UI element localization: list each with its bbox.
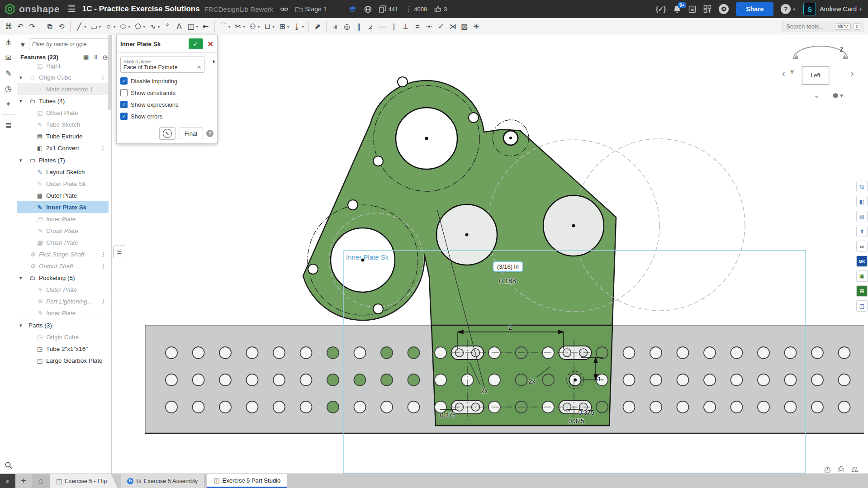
tube-hole[interactable]: [596, 347, 608, 359]
view-mode-cube-icon[interactable]: ⬢ ▾: [833, 92, 843, 99]
tube-hole[interactable]: [193, 374, 204, 386]
copy-icon[interactable]: ⧉: [44, 20, 56, 33]
tube-hole[interactable]: [758, 401, 769, 413]
tube-hole[interactable]: [354, 374, 366, 386]
tube-hole[interactable]: [650, 401, 662, 413]
expand-caret-icon[interactable]: ▾: [19, 157, 22, 163]
comments-icon[interactable]: ✉: [0, 50, 17, 66]
feature-item-inner-plate-sk[interactable]: ✎Inner Plate Sk: [17, 201, 109, 213]
dimension-label[interactable]: 1: [598, 375, 601, 383]
search-tools-input[interactable]: [785, 23, 832, 30]
versions-icon[interactable]: ⋔: [0, 35, 17, 50]
checkbox-box[interactable]: [120, 89, 128, 96]
clear-selection-icon[interactable]: ✕: [197, 64, 201, 71]
feature-item-tube-2-x1-x16-[interactable]: ◳Tube 2"x1"x16": [17, 343, 109, 355]
clock-icon[interactable]: ◴: [824, 465, 831, 474]
dimension-label[interactable]: 0.375: [568, 417, 584, 425]
expand-caret-icon[interactable]: ▾: [19, 275, 22, 281]
checkbox-show-constraints[interactable]: Show constraints: [120, 89, 213, 96]
rotate-right-icon[interactable]: ›: [851, 68, 854, 79]
dimension-label[interactable]: 2: [508, 324, 512, 331]
tube-hole[interactable]: [623, 401, 635, 413]
view-normal-icon[interactable]: ◑: [211, 57, 215, 66]
dialog-cancel-button[interactable]: ✕: [208, 40, 213, 48]
concentric-constraint-icon[interactable]: ◎: [341, 20, 353, 33]
rotate-left-icon[interactable]: ‹: [782, 68, 785, 79]
tube-hole[interactable]: [327, 401, 339, 413]
public-globe-icon[interactable]: [364, 5, 372, 13]
equal-constraint-icon[interactable]: =: [412, 20, 423, 33]
target-hole[interactable]: [567, 371, 584, 389]
pattern-tool-icon[interactable]: ⇤: [200, 20, 212, 33]
dxf-import-icon[interactable]: ⭳▾: [291, 20, 306, 33]
tube-hole[interactable]: [704, 347, 716, 359]
midpoint-constraint-icon[interactable]: ⋅•⋅: [423, 20, 435, 33]
tube-hole[interactable]: [785, 347, 797, 359]
tube-hole[interactable]: [300, 401, 312, 413]
onshape-logo-icon[interactable]: [5, 4, 15, 14]
feature-item-output-shaft[interactable]: ⚙Output Shaft⋮: [17, 260, 109, 272]
item-menu-icon[interactable]: ⋮: [100, 145, 106, 152]
feature-item-origin-cube[interactable]: ◳Origin Cube: [17, 331, 109, 343]
apps-grid-icon[interactable]: [703, 5, 711, 13]
tangent-constraint-icon[interactable]: ⦨: [365, 20, 376, 33]
tube-hole[interactable]: [166, 347, 177, 359]
ellipse-tool-icon[interactable]: ⬭▾: [118, 20, 133, 33]
symmetric-constraint-icon[interactable]: ⋊: [447, 20, 459, 33]
tube-hole[interactable]: [839, 347, 850, 359]
tube-hole[interactable]: [354, 347, 366, 359]
checkbox-box[interactable]: ✓: [120, 101, 128, 108]
tube-hole[interactable]: [193, 347, 204, 359]
grid-pattern-icon[interactable]: ⊞▾: [276, 20, 291, 33]
undo-icon[interactable]: ↶: [14, 20, 26, 33]
dialog-help-icon[interactable]: ?: [206, 130, 213, 137]
commit-and-edit-button[interactable]: ✎: [159, 127, 175, 140]
canvas-sketch-label[interactable]: Inner Plate Sk: [346, 253, 389, 261]
doc-tab-exercise-5-part-studio[interactable]: ◫Exercise 5 Part Studio: [207, 474, 287, 488]
tube-hole[interactable]: [811, 401, 823, 413]
share-button[interactable]: Share: [736, 2, 773, 16]
feature-item-origin-cube[interactable]: ▾◇Origin Cube⋮: [17, 71, 109, 83]
likes-stat[interactable]: 3: [434, 5, 447, 13]
feature-item-mate-connector-1[interactable]: ◔Mate connector 1: [17, 83, 109, 95]
tube-hole[interactable]: [327, 374, 339, 386]
expand-caret-icon[interactable]: ▾: [19, 322, 22, 328]
brand-wordmark[interactable]: onshape: [19, 4, 60, 14]
sketch-manager-icon[interactable]: ⌘: [3, 20, 14, 33]
sketch-flyout-handle[interactable]: ☰: [114, 246, 125, 258]
named-views-icon[interactable]: ⧉: [856, 181, 868, 192]
feature-panel-scrollbar[interactable]: [108, 29, 111, 110]
feature-item-pocketing-5-[interactable]: ▾🗀Pocketing (5): [17, 272, 109, 284]
tube-hole[interactable]: [623, 374, 635, 386]
new-folder-icon[interactable]: ▣: [83, 54, 89, 61]
feature-item-part-lightening-[interactable]: ⚙Part Lightening...⋮: [17, 295, 109, 307]
view-face-label[interactable]: Left: [802, 66, 829, 85]
tube-hole[interactable]: [704, 401, 716, 413]
redo-icon[interactable]: ↷: [26, 20, 38, 33]
dimension-label[interactable]: 2x: [481, 387, 488, 394]
tube-hole[interactable]: [596, 401, 608, 413]
coincident-constraint-icon[interactable]: ⫣: [329, 20, 341, 33]
feature-item-inner-plate[interactable]: ▤Inner Plate: [17, 213, 109, 225]
tube-hole[interactable]: [219, 347, 231, 359]
home-tab-button[interactable]: ⌂: [32, 474, 50, 488]
tube-hole[interactable]: [731, 374, 743, 386]
render-studio-icon[interactable]: ∞: [856, 241, 868, 252]
feature-item-outer-plate[interactable]: ✎Outer Plate: [17, 284, 109, 295]
tube-hole[interactable]: [300, 374, 312, 386]
sketch-plane-field[interactable]: Sketch plane Face of Tube Extrude ✕: [120, 57, 204, 73]
section-view-icon[interactable]: ▧: [856, 211, 868, 222]
changes-stat[interactable]: ⋮ 4008: [405, 5, 427, 13]
feature-item-first-stage-shaft[interactable]: ⚙First Stage Shaft⋮: [17, 248, 109, 260]
rotate-down-icon[interactable]: ⌄: [814, 91, 820, 99]
feature-filter-input[interactable]: [29, 38, 109, 50]
dimension-icon[interactable]: ⬈: [312, 20, 323, 33]
tube-hole[interactable]: [435, 374, 446, 386]
tasks-icon[interactable]: [688, 5, 696, 13]
item-menu-icon[interactable]: ⋮: [100, 74, 106, 81]
tube-hole[interactable]: [839, 401, 850, 413]
tube-hole[interactable]: [677, 347, 689, 359]
user-avatar[interactable]: S: [803, 3, 816, 15]
feature-item-right[interactable]: ◱Right: [17, 64, 109, 71]
feature-item-layout-sketch[interactable]: ✎Layout Sketch: [17, 166, 109, 178]
